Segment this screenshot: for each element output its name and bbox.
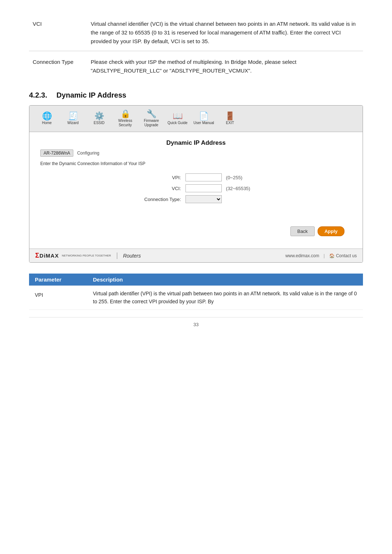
- home-icon: 🌐: [42, 112, 52, 120]
- nav-wireless-label: Wireless Security: [118, 119, 132, 127]
- apply-button[interactable]: Apply: [318, 226, 344, 236]
- vci-row: VCI Virtual channel identifier (VCI) is …: [29, 15, 363, 51]
- brand-max: MAX: [46, 253, 59, 259]
- vpi-param-row: VPI Virtual path identifier (VPI) is the…: [29, 286, 363, 310]
- section-heading: 4.2.3. Dynamic IP Address: [29, 91, 126, 99]
- button-row: Back Apply: [40, 205, 352, 241]
- panel-footer: ΣDiMAX NETWORKING PEOPLE TOGETHER Router…: [29, 249, 363, 262]
- sigma-icon: Σ: [35, 252, 40, 259]
- nav-exit-label: EXIT: [226, 121, 234, 125]
- device-row: AR-7286WnA Configuring: [40, 149, 352, 157]
- vci-field-label: VCI:: [140, 183, 183, 194]
- page-number: 33: [29, 317, 363, 327]
- nav-user-manual-label: User Manual: [193, 121, 214, 125]
- enter-info-text: Enter the Dynamic Connection Information…: [40, 161, 352, 166]
- wizard-icon: 🧾: [68, 112, 78, 120]
- vci-hint: (32~65535): [224, 183, 253, 194]
- home-small-icon: 🏠: [329, 253, 335, 258]
- config-label: Configuring: [77, 151, 99, 156]
- footer-right: www.edimax.com | 🏠 Contact us: [285, 253, 357, 258]
- footer-divider: |: [324, 253, 325, 258]
- vpi-hint: (0~255): [224, 172, 253, 183]
- panel-body: Dynamic IP Address AR-7286WnA Configurin…: [29, 132, 363, 249]
- param-table: Parameter Description VPI Virtual path i…: [29, 274, 363, 310]
- nav-bar: 🌐 Home 🧾 Wizard ⚙️ ESSID 🔒 Wireless Secu…: [29, 106, 363, 132]
- router-panel: 🌐 Home 🧾 Wizard ⚙️ ESSID 🔒 Wireless Secu…: [29, 105, 363, 263]
- vci-field-row: VCI: (32~65535): [140, 183, 253, 194]
- essid-icon: ⚙️: [94, 112, 104, 120]
- vpi-desc-cell: Virtual path identifier (VPI) is the vir…: [87, 286, 363, 310]
- vpi-field-row: VPI: (0~255): [140, 172, 253, 183]
- connection-type-field-row: Connection Type: ADSLTYPE_ROUTER_LLC ADS…: [140, 194, 253, 205]
- vpi-param-cell: VPI: [29, 286, 87, 310]
- nav-exit[interactable]: 🚪 EXIT: [217, 111, 243, 127]
- vci-param-label: VCI: [29, 15, 87, 51]
- nav-wizard-label: Wizard: [67, 121, 78, 125]
- nav-wireless-security[interactable]: 🔒 Wireless Security: [112, 108, 138, 129]
- brand-area: ΣDiMAX NETWORKING PEOPLE TOGETHER Router…: [35, 252, 141, 259]
- nav-quick-guide-label: Quick Guide: [167, 121, 187, 125]
- section-number: 4.2.3.: [29, 91, 47, 99]
- param-table-header-row: Parameter Description: [29, 274, 363, 286]
- connection-type-description: Please check with your ISP the method of…: [87, 51, 363, 81]
- back-button[interactable]: Back: [290, 226, 315, 236]
- edimax-logo: ΣDiMAX: [35, 252, 59, 259]
- nav-user-manual[interactable]: 📄 User Manual: [191, 111, 217, 127]
- connection-type-field-label: Connection Type:: [140, 194, 183, 205]
- top-description-table: VCI Virtual channel identifier (VCI) is …: [29, 15, 363, 80]
- nav-essid-label: ESSID: [94, 121, 105, 125]
- footer-contact[interactable]: 🏠 Contact us: [329, 253, 357, 258]
- form-table: VPI: (0~255) VCI: (32~65535): [140, 172, 253, 205]
- param-col-header: Parameter: [29, 274, 87, 286]
- contact-us-link[interactable]: Contact us: [336, 253, 357, 258]
- device-label: AR-7286WnA: [40, 149, 73, 157]
- nav-firmware-label: Firmware Upgrade: [144, 119, 159, 127]
- user-manual-icon: 📄: [199, 112, 209, 120]
- firmware-icon: 🔧: [147, 110, 156, 118]
- vpi-input[interactable]: [185, 173, 222, 181]
- connection-type-select[interactable]: ADSLTYPE_ROUTER_LLC ADSLTYPE_ROUTER_VCMU…: [185, 195, 222, 203]
- panel-title: Dynamic IP Address: [40, 139, 352, 147]
- wireless-security-icon: 🔒: [121, 110, 130, 118]
- nav-wizard[interactable]: 🧾 Wizard: [60, 111, 86, 127]
- brand-product: Routers: [123, 253, 141, 259]
- brand-sub: NETWORKING PEOPLE TOGETHER: [62, 254, 111, 257]
- nav-essid[interactable]: ⚙️ ESSID: [86, 111, 112, 127]
- vci-input[interactable]: [185, 184, 222, 192]
- connection-type-row: Connection Type Please check with your I…: [29, 51, 363, 81]
- nav-home[interactable]: 🌐 Home: [34, 111, 60, 127]
- nav-quick-guide[interactable]: 📖 Quick Guide: [164, 111, 191, 127]
- brand-separator: [117, 253, 117, 259]
- vpi-field-label: VPI:: [140, 172, 183, 183]
- brand-di: Di: [40, 253, 46, 259]
- section-title: Dynamic IP Address: [57, 91, 126, 99]
- exit-icon: 🚪: [225, 112, 235, 120]
- nav-firmware-upgrade[interactable]: 🔧 Firmware Upgrade: [138, 108, 164, 129]
- footer-website: www.edimax.com: [285, 253, 319, 258]
- vci-description: Virtual channel identifier (VCI) is the …: [87, 15, 363, 51]
- connection-type-param-label: Connection Type: [29, 51, 87, 81]
- description-col-header: Description: [87, 274, 363, 286]
- quick-guide-icon: 📖: [173, 112, 183, 120]
- nav-home-label: Home: [42, 121, 52, 125]
